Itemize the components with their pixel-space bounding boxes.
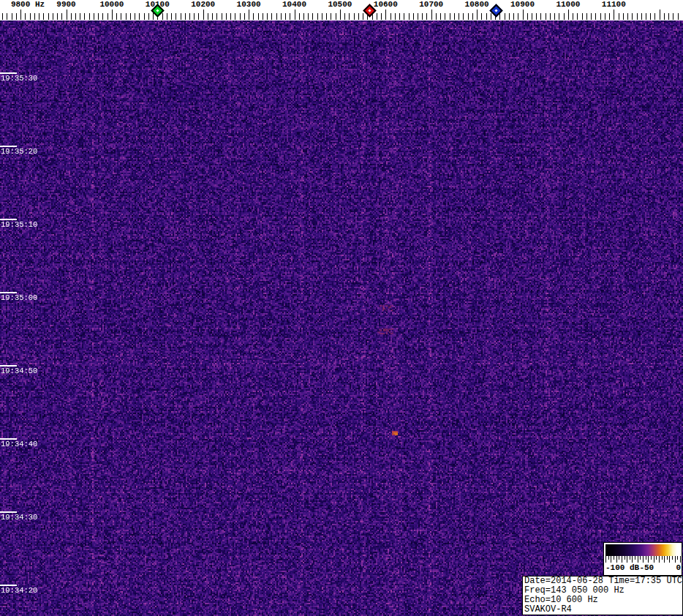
freq-minor-tick <box>267 13 268 20</box>
freq-minor-tick <box>121 13 121 20</box>
freq-minor-tick <box>53 13 53 20</box>
freq-minor-tick <box>605 13 605 20</box>
freq-minor-tick <box>554 13 555 20</box>
freq-minor-tick <box>226 13 227 20</box>
colorbar-max-label: 0 <box>676 563 681 572</box>
colorbar-mid-label: -50 <box>639 563 654 572</box>
colorbar-tick <box>605 556 606 563</box>
freq-minor-tick <box>399 13 400 20</box>
time-axis-label: 19:35:00 <box>1 293 37 302</box>
freq-minor-tick <box>61 13 62 20</box>
freq-minor-tick <box>244 13 245 20</box>
freq-minor-tick <box>413 13 414 20</box>
freq-minor-tick <box>176 13 176 20</box>
colorbar-tick <box>627 556 627 563</box>
freq-minor-tick <box>518 13 518 20</box>
time-axis-label: 19:34:20 <box>1 586 37 595</box>
colorbar-tick <box>654 556 654 563</box>
freq-minor-tick <box>609 13 610 20</box>
freq-minor-tick <box>144 13 145 20</box>
freq-minor-tick <box>641 13 642 20</box>
info-station-id: SVAKOV-R4 <box>524 605 682 615</box>
waterfall-display: 19:35:3019:35:2019:35:1019:35:0019:34:50… <box>0 0 683 616</box>
freq-minor-tick <box>586 13 587 20</box>
freq-minor-tick <box>148 13 149 20</box>
freq-major-tick <box>203 10 204 20</box>
freq-major-tick <box>20 10 21 20</box>
freq-minor-tick <box>16 13 17 20</box>
freq-minor-tick <box>436 13 437 20</box>
freq-minor-tick <box>139 13 140 20</box>
freq-minor-tick <box>189 13 190 20</box>
colorbar-tick <box>640 556 641 560</box>
freq-minor-tick <box>637 13 638 20</box>
time-axis-label: 19:35:10 <box>1 220 37 229</box>
freq-axis-label: 10800 <box>465 0 489 9</box>
colorbar-tick <box>624 556 625 560</box>
time-axis-label: 19:34:50 <box>1 367 37 375</box>
freq-minor-tick <box>216 13 217 20</box>
freq-axis-label: 10400 <box>282 0 306 9</box>
freq-minor-tick <box>258 13 259 20</box>
freq-minor-tick <box>317 13 318 20</box>
freq-minor-tick <box>171 13 172 20</box>
spectrogram-noise-canvas <box>0 20 683 616</box>
freq-minor-tick <box>349 13 350 20</box>
freq-minor-tick <box>459 13 459 20</box>
freq-minor-tick <box>463 13 464 20</box>
freq-minor-tick <box>135 13 135 20</box>
freq-major-tick <box>523 10 524 20</box>
freq-minor-tick <box>377 13 377 20</box>
freq-marker-diamond-blue[interactable] <box>491 5 502 16</box>
freq-minor-tick <box>25 13 26 20</box>
colorbar-tick <box>616 556 617 563</box>
colorbar-tick <box>675 556 676 563</box>
colorbar-tick <box>651 556 652 560</box>
freq-major-tick <box>431 10 432 20</box>
colorbar-tick <box>656 556 657 560</box>
colorbar-tick <box>669 556 670 563</box>
freq-axis-label: 10600 <box>374 0 398 9</box>
freq-minor-tick <box>185 13 186 20</box>
freq-minor-tick <box>577 13 578 20</box>
freq-minor-tick <box>532 13 532 20</box>
red-diamond-icon <box>363 4 376 17</box>
freq-marker-diamond-green[interactable] <box>152 5 163 16</box>
freq-minor-tick <box>2 13 3 20</box>
colorbar-tick <box>648 556 649 563</box>
freq-minor-tick <box>450 13 450 20</box>
freq-minor-tick <box>276 13 277 20</box>
freq-minor-tick <box>381 13 382 20</box>
freq-marker-diamond-red[interactable] <box>364 5 375 16</box>
freq-minor-tick <box>30 13 31 20</box>
freq-major-tick <box>295 10 295 20</box>
time-axis-label: 19:34:40 <box>1 440 37 448</box>
freq-minor-tick <box>336 13 336 20</box>
freq-minor-tick <box>536 13 537 20</box>
freq-minor-tick <box>426 13 427 20</box>
color-gradient-bar <box>605 544 680 556</box>
freq-minor-tick <box>344 13 345 20</box>
freq-minor-tick <box>80 13 80 20</box>
freq-axis-label: 10000 <box>99 0 124 9</box>
freq-minor-tick <box>358 13 359 20</box>
freq-major-tick <box>568 10 569 20</box>
freq-axis-label: 10900 <box>510 0 535 9</box>
freq-minor-tick <box>253 13 254 20</box>
freq-axis-label: 10300 <box>237 0 261 9</box>
freq-minor-tick <box>654 13 655 20</box>
freq-minor-tick <box>235 13 235 20</box>
freq-axis-label: 11100 <box>602 0 626 9</box>
freq-minor-tick <box>559 13 559 20</box>
freq-minor-tick <box>84 13 85 20</box>
freq-minor-tick <box>404 13 404 20</box>
freq-minor-tick <box>527 13 528 20</box>
colorbar-tick <box>662 556 663 560</box>
freq-minor-tick <box>43 13 44 20</box>
freq-minor-tick <box>71 13 72 20</box>
freq-minor-tick <box>454 13 455 20</box>
freq-minor-tick <box>664 13 665 20</box>
freq-minor-tick <box>513 13 514 20</box>
freq-minor-tick <box>7 13 7 20</box>
freq-minor-tick <box>222 13 222 20</box>
